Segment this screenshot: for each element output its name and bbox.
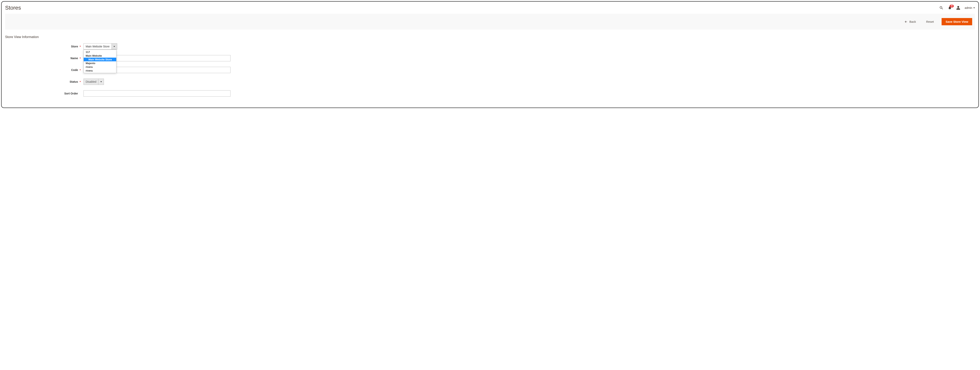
save-store-view-button[interactable]: Save Store View bbox=[942, 18, 972, 25]
account-icon[interactable] bbox=[956, 6, 960, 10]
sort-order-label: Sort Order bbox=[5, 92, 83, 95]
field-code: Code bbox=[5, 67, 975, 73]
store-option-group: 117 bbox=[84, 50, 116, 54]
store-option-group: rivera bbox=[84, 69, 116, 73]
search-icon[interactable] bbox=[939, 6, 943, 10]
user-menu[interactable]: admin bbox=[965, 6, 975, 10]
store-select[interactable]: Main Website Store 117Main WebsiteMain W… bbox=[83, 43, 117, 49]
status-select-value: Disabled bbox=[83, 79, 99, 85]
store-option[interactable]: Main Website Store bbox=[84, 58, 116, 61]
status-select[interactable]: Disabled bbox=[83, 79, 104, 85]
notification-badge: 39 bbox=[950, 5, 954, 8]
field-status: Status Disabled bbox=[5, 79, 975, 85]
status-label: Status bbox=[5, 80, 83, 83]
store-option-group: Main Website bbox=[84, 54, 116, 58]
page-title: Stores bbox=[5, 5, 21, 11]
sort-order-input[interactable] bbox=[83, 91, 231, 97]
store-view-form: Store Main Website Store 117Main Website… bbox=[5, 43, 975, 97]
reset-button[interactable]: Reset bbox=[924, 18, 936, 25]
back-label: Back bbox=[910, 20, 916, 23]
store-select-toggle[interactable] bbox=[112, 43, 117, 49]
field-name: Name bbox=[5, 55, 975, 61]
user-name: admin bbox=[965, 6, 972, 10]
chevron-down-icon bbox=[113, 46, 115, 47]
status-select-toggle[interactable] bbox=[99, 79, 104, 85]
store-select-value: Main Website Store bbox=[83, 43, 112, 49]
name-label: Name bbox=[5, 57, 83, 60]
back-button[interactable]: Back bbox=[902, 18, 918, 25]
chevron-down-icon bbox=[973, 8, 975, 8]
arrow-left-icon bbox=[904, 20, 907, 23]
header-actions: 39 admin bbox=[939, 6, 975, 10]
page-header: Stores 39 admin bbox=[5, 4, 975, 14]
notifications-icon[interactable]: 39 bbox=[948, 6, 952, 10]
chevron-down-icon bbox=[100, 81, 102, 82]
field-store: Store Main Website Store 117Main Website… bbox=[5, 43, 975, 49]
store-option-group: Majento bbox=[84, 61, 116, 65]
section-title: Store View Information bbox=[5, 35, 975, 39]
code-label: Code bbox=[5, 68, 83, 71]
store-select-menu: 117Main WebsiteMain Website StoreMajento… bbox=[83, 49, 116, 73]
store-label: Store bbox=[5, 45, 83, 48]
store-option-group: rivera bbox=[84, 65, 116, 69]
field-sort-order: Sort Order bbox=[5, 91, 975, 97]
page-actions: Back Reset Save Store View bbox=[5, 14, 975, 30]
